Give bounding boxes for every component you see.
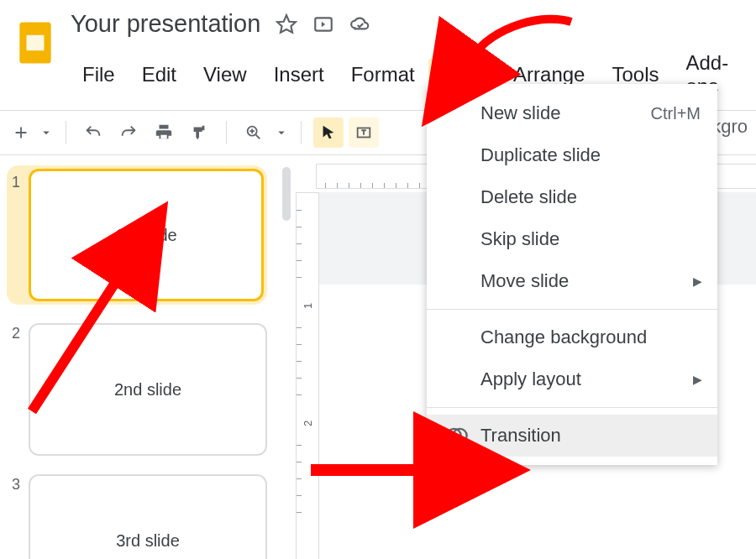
slides-logo[interactable] <box>7 7 64 79</box>
thumbnail-3[interactable]: 3 3rd slide <box>7 474 267 559</box>
menu-change-background[interactable]: Change background <box>427 316 717 358</box>
menu-insert[interactable]: Insert <box>260 58 338 91</box>
zoom-caret[interactable] <box>274 118 289 148</box>
star-icon[interactable] <box>276 13 297 35</box>
menu-skip-slide[interactable]: Skip slide <box>427 218 717 260</box>
menu-item-label: Duplicate slide <box>480 144 601 166</box>
thumbnail-preview[interactable]: 1st slide <box>29 169 264 301</box>
toolbar-separator <box>301 121 302 144</box>
thumbnail-2[interactable]: 2 2nd slide <box>7 323 267 456</box>
menu-item-label: Change background <box>480 327 647 348</box>
toolbar-separator <box>226 121 227 144</box>
menu-separator <box>427 309 717 310</box>
menu-new-slide[interactable]: New slide Ctrl+M <box>427 92 717 134</box>
menu-file[interactable]: File <box>69 58 129 91</box>
paint-format-button[interactable] <box>184 118 214 148</box>
menu-item-label: Apply layout <box>480 368 581 390</box>
new-slide-caret[interactable] <box>39 118 54 148</box>
redo-button[interactable] <box>113 118 144 148</box>
menu-apply-layout[interactable]: Apply layout ▶ <box>427 358 717 400</box>
textbox-tool[interactable] <box>349 118 379 148</box>
thumbnail-number: 3 <box>7 474 20 559</box>
keyboard-shortcut: Ctrl+M <box>651 104 701 123</box>
svg-rect-1 <box>25 34 45 52</box>
svg-rect-5 <box>160 135 166 139</box>
menu-item-label: Transition <box>480 425 561 447</box>
undo-button[interactable] <box>78 118 108 148</box>
ruler-tick: 2 <box>302 421 314 426</box>
zoom-button[interactable] <box>239 118 269 148</box>
menu-duplicate-slide[interactable]: Duplicate slide <box>427 134 717 176</box>
select-tool[interactable] <box>313 118 344 148</box>
scrollbar-thumb[interactable] <box>282 167 291 221</box>
menu-view[interactable]: View <box>190 58 260 91</box>
thumbnail-preview[interactable]: 3rd slide <box>29 474 267 559</box>
thumbnail-scrollbar[interactable] <box>277 164 296 559</box>
svg-marker-3 <box>277 15 296 33</box>
submenu-arrow-icon: ▶ <box>693 274 702 288</box>
menu-transition[interactable]: Transition <box>427 415 717 457</box>
menu-edit[interactable]: Edit <box>129 58 190 91</box>
print-button[interactable] <box>149 118 179 148</box>
menu-item-label: Delete slide <box>480 186 577 208</box>
ruler-vertical[interactable]: 1 2 <box>296 192 319 559</box>
menu-delete-slide[interactable]: Delete slide <box>427 176 717 218</box>
doc-title[interactable]: Your presentation <box>71 10 260 38</box>
thumbnail-preview[interactable]: 2nd slide <box>29 323 267 456</box>
transition-icon <box>445 424 469 447</box>
submenu-arrow-icon: ▶ <box>693 373 702 386</box>
menu-format[interactable]: Format <box>338 58 428 91</box>
menu-separator <box>427 407 717 408</box>
move-icon[interactable] <box>312 13 334 35</box>
menu-item-label: New slide <box>480 102 560 124</box>
menu-move-slide[interactable]: Move slide ▶ <box>427 260 717 302</box>
app-root: Your presentation File Edit View Insert … <box>0 0 756 559</box>
thumbnail-panel: 1 1st slide 2 2nd slide 3 3rd slide <box>0 155 277 559</box>
thumbnail-number: 2 <box>7 323 20 456</box>
slide-menu-dropdown: New slide Ctrl+M Duplicate slide Delete … <box>427 84 717 465</box>
thumbnail-1[interactable]: 1 1st slide <box>7 165 267 305</box>
cloud-saved-icon[interactable] <box>349 13 371 35</box>
ruler-tick: 1 <box>302 303 314 309</box>
menu-item-label: Skip slide <box>480 228 559 250</box>
toolbar-separator <box>66 121 66 144</box>
thumbnail-number: 1 <box>7 169 20 301</box>
menu-item-label: Move slide <box>480 270 569 292</box>
new-slide-button[interactable] <box>8 118 34 148</box>
